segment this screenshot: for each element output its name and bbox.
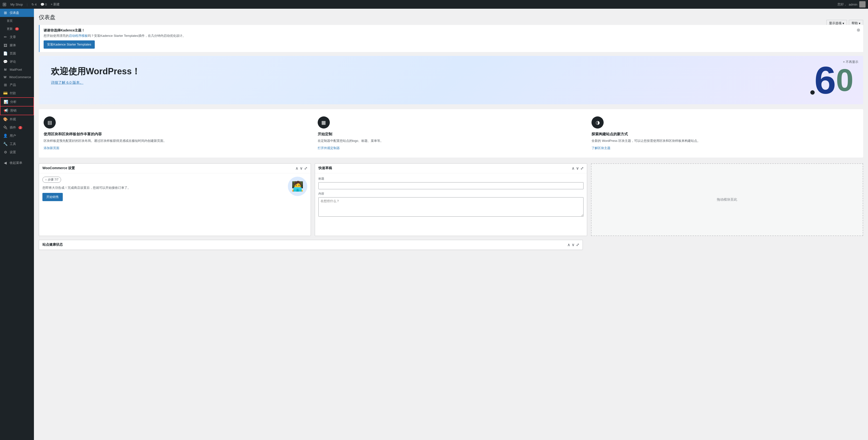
welcome-panel: × 不再显示 欢迎使用WordPress！ 详细了解 6.0 版本。 6 0 [39, 56, 863, 104]
analytics-icon: 📊 [3, 100, 8, 104]
quick-draft-collapse-up[interactable]: ∧ [571, 166, 575, 171]
sidebar-item-dashboard[interactable]: ⊞ 仪表盘 [0, 9, 34, 17]
expand-icon[interactable]: ⤢ [304, 166, 307, 171]
main-content: 显示选项 ▾ 帮助 ▾ 仪表盘 谢谢你选择Kadence主题！ 想开始使用漂亮的… [34, 9, 868, 440]
comments-link[interactable]: 💬 0 [40, 3, 47, 6]
draft-title-input[interactable] [318, 182, 583, 189]
site-health-title: 站点健康状态 [42, 242, 63, 247]
feature-link-blocks-theme[interactable]: 了解区块主题 [591, 146, 611, 150]
quick-draft-collapse-down[interactable]: ∨ [576, 166, 579, 171]
sidebar-item-pages[interactable]: 📄 页面 [0, 49, 34, 58]
site-health-up[interactable]: ∧ [567, 242, 570, 247]
woocommerce-widget: WooCommerce 设置 ∧ ∨ ⤢ 🧑‍💻 ○ 步骤 7/7 [39, 163, 311, 236]
chevron-down-icon-help: ▾ [859, 22, 861, 25]
sidebar-item-appearance[interactable]: 🎨 外观 [0, 115, 34, 124]
quick-draft-widget-header: 快速草稿 ∧ ∨ ⤢ [315, 164, 587, 173]
start-selling-button[interactable]: 开始销售 [42, 193, 63, 201]
site-health-expand[interactable]: ⤢ [576, 242, 579, 247]
sidebar-item-home[interactable]: 首页 [0, 17, 34, 25]
quick-draft-expand[interactable]: ⤢ [580, 166, 584, 171]
settings-icon: ⚙ [3, 150, 8, 155]
notice-link[interactable]: 启动程序模板 [69, 34, 88, 37]
blocks-icon: ▤ [43, 116, 56, 129]
install-button[interactable]: 安装Kadence Starter Templates [43, 40, 95, 49]
mailpoet-icon: M [3, 68, 8, 71]
wp6-six: 6 [814, 61, 836, 99]
adminbar-separator: | [27, 3, 27, 6]
site-health-controls: ∧ ∨ ⤢ [567, 242, 579, 247]
quick-draft-title: 快速草稿 [318, 166, 332, 170]
widgets-row: WooCommerce 设置 ∧ ∨ ⤢ 🧑‍💻 ○ 步骤 7/7 [39, 163, 863, 236]
woocommerce-widget-title: WooCommerce 设置 [42, 166, 75, 170]
feature-desc-blocks: 区块样板是预先配置好的区块布局。通过区块样板获得灵感或在极短时间内创建新页面。 [43, 138, 166, 143]
refresh-icon: ↻ [31, 3, 34, 6]
sidebar-item-products[interactable]: ⊞ 产品 [0, 81, 34, 89]
marketing-icon: 📢 [3, 108, 8, 113]
welcome-title: 欢迎使用WordPress！ [51, 66, 851, 77]
posts-icon: ✏ [3, 35, 8, 39]
woocommerce-widget-body: 🧑‍💻 ○ 步骤 7/7 您即将大功告成！完成商店设置后，您就可以开始接收订单了… [39, 173, 311, 204]
admin-bar: ⊞ My Shop | ↻ 4 💬 0 + 新建 您好， admin [0, 0, 868, 9]
circle-icon: ○ [45, 178, 47, 181]
woo-congrats-text: 您即将大功告成！完成商店设置后，您就可以开始接收订单了。 [42, 185, 307, 190]
adminbar-right: 您好， admin [837, 1, 866, 7]
site-name[interactable]: My Shop [10, 3, 23, 6]
draft-title-label: 标题 [318, 177, 583, 181]
avatar[interactable] [859, 1, 866, 7]
sidebar-item-posts[interactable]: ✏ 文章 [0, 33, 34, 41]
wp-logo-icon[interactable]: ⊞ [2, 1, 6, 7]
feature-desc-blocks-theme: 全新的 WordPress 区块主题，可以让您按需使用区块和区块样板来构建站点。 [591, 138, 700, 143]
collapse-down-icon[interactable]: ∨ [300, 166, 303, 171]
woocommerce-widget-controls: ∧ ∨ ⤢ [296, 166, 307, 171]
sidebar-item-updates[interactable]: 更新 4 [0, 25, 34, 33]
updates-link[interactable]: ↻ 4 [31, 3, 37, 6]
sidebar-item-marketing[interactable]: 📢 营销 [0, 106, 34, 115]
notice-close-button[interactable]: ⊗ [857, 27, 860, 33]
sidebar-item-woocommerce[interactable]: W WooCommerce [0, 73, 34, 81]
greeting-text: 您好， [837, 2, 847, 6]
sidebar-item-media[interactable]: 🖼 媒体 [0, 41, 34, 49]
quick-draft-widget: 快速草稿 ∧ ∨ ⤢ 标题 内容 [315, 163, 587, 236]
plugins-icon: 🔌 [3, 125, 8, 130]
customizer-icon: ▦ [318, 116, 330, 129]
sidebar-item-plugins[interactable]: 🔌 插件 2 [0, 124, 34, 132]
sidebar-item-comments[interactable]: 💬 评论 [0, 58, 34, 66]
page-title: 仪表盘 [39, 13, 863, 21]
sidebar: ⊞ 仪表盘 首页 更新 4 ✏ 文章 🖼 媒体 📄 页面 💬 评论 M Mail… [0, 9, 34, 440]
appearance-icon: 🎨 [3, 117, 8, 122]
comments-menu-icon: 💬 [3, 60, 8, 64]
sidebar-item-users[interactable]: 👤 用户 [0, 132, 34, 140]
collapse-icon: ◀ [3, 161, 8, 165]
blocks-theme-icon: ◑ [591, 116, 603, 129]
plugins-badge: 2 [19, 126, 22, 129]
feature-title-blocks: 使用区块和区块样板创作丰富的内容 [43, 132, 102, 136]
media-icon: 🖼 [3, 43, 8, 47]
collapse-up-icon[interactable]: ∧ [296, 166, 298, 171]
feature-card-blocks: ▤ 使用区块和区块样板创作丰富的内容 区块样板是预先配置好的区块布局。通过区块样… [43, 116, 310, 150]
woocommerce-widget-header: WooCommerce 设置 ∧ ∨ ⤢ [39, 164, 311, 173]
site-health-down[interactable]: ∨ [571, 242, 575, 247]
sidebar-item-collapse[interactable]: ◀ 收起菜单 [0, 159, 34, 167]
notice-title: 谢谢你选择Kadence主题！ [43, 28, 186, 33]
draft-content-textarea[interactable] [318, 197, 583, 216]
notice-text: 想开始使用漂亮的启动程序模板吗？安装Kadence Starter Templa… [43, 34, 186, 38]
sidebar-item-payments[interactable]: 💳 付款 [0, 89, 34, 97]
feature-title-customizer: 开始定制 [318, 132, 332, 136]
feature-link-blocks[interactable]: 添加新页面 [43, 146, 59, 150]
wp6-zero: 0 [836, 64, 854, 96]
welcome-version-link[interactable]: 详细了解 6.0 版本。 [51, 80, 83, 84]
sidebar-item-settings[interactable]: ⚙ 设置 [0, 148, 34, 156]
feature-title-blocks-theme: 探索构建站点的新方式 [591, 132, 628, 136]
pages-icon: 📄 [3, 51, 8, 56]
site-health-widget: 站点健康状态 ∧ ∨ ⤢ [39, 240, 863, 250]
sidebar-item-analytics[interactable]: 📊 分析 [0, 97, 34, 106]
woo-step-badge: ○ 步骤 7/7 [42, 177, 61, 183]
feature-link-customizer[interactable]: 打开外观定制器 [318, 146, 340, 150]
drag-placeholder: 拖动模块至此 [591, 163, 863, 236]
new-content-link[interactable]: + 新建 [51, 2, 60, 6]
username-link[interactable]: admin [849, 3, 857, 6]
sidebar-item-mailpoet[interactable]: M MailPoet [0, 66, 34, 73]
woocommerce-icon: W [3, 75, 7, 79]
feature-cards: ▤ 使用区块和区块样板创作丰富的内容 区块样板是预先配置好的区块布局。通过区块样… [39, 109, 863, 158]
sidebar-item-tools[interactable]: 🔧 工具 [0, 140, 34, 148]
